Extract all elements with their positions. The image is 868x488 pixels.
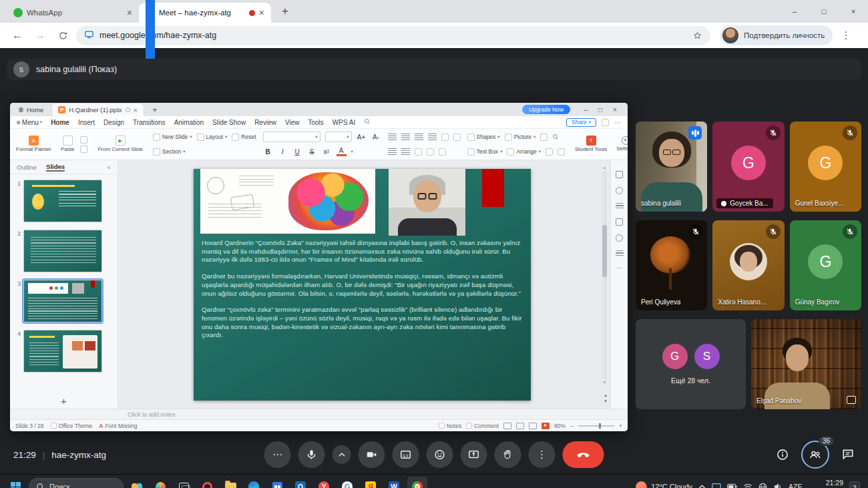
canvas-scrollbar[interactable]: ▲ ▼: [602, 166, 608, 385]
slide-thumbnail-4[interactable]: 4: [13, 330, 114, 373]
slide-canvas[interactable]: Hovard Qardnerin “Çoxnövlü Zəka” nəzəriy…: [118, 160, 610, 409]
reading-view-button[interactable]: [529, 423, 537, 429]
decrease-indent-button[interactable]: [415, 148, 422, 156]
display-icon[interactable]: [712, 483, 721, 488]
outlook-icon[interactable]: O: [290, 477, 310, 488]
numbering-button[interactable]: [401, 148, 410, 155]
section-button[interactable]: Section▾: [153, 148, 186, 156]
decrease-font-button[interactable]: A-: [371, 134, 381, 141]
chrome-icon[interactable]: [407, 477, 427, 488]
volume-icon[interactable]: [773, 483, 783, 488]
slide-sorter-button[interactable]: [516, 423, 524, 429]
cut-button[interactable]: [80, 136, 87, 144]
camera-button[interactable]: [359, 441, 385, 468]
scrollbar-thumb[interactable]: [602, 225, 607, 277]
bold-button[interactable]: B: [263, 148, 273, 156]
wps-home-tab[interactable]: Home: [15, 106, 46, 113]
format-painter-button[interactable]: A Format Painter: [13, 130, 55, 158]
wps-close-button[interactable]: ×: [608, 106, 622, 113]
browser-menu-icon[interactable]: ⋮: [837, 29, 855, 41]
tile-gunel[interactable]: G Gunel Baxsiye...: [790, 121, 861, 212]
find-replace-button[interactable]: [552, 131, 559, 143]
notes-pane-icon[interactable]: [616, 250, 624, 257]
font-size-select[interactable]: ▾: [325, 132, 352, 142]
add-slide-button[interactable]: +: [10, 393, 118, 409]
design-pane-icon[interactable]: [616, 218, 623, 226]
more-panes-icon[interactable]: ⋯: [616, 266, 622, 270]
menu-insert[interactable]: Insert: [78, 119, 95, 126]
notes-toggle[interactable]: Notes: [439, 423, 461, 429]
doc-close-icon[interactable]: ×: [134, 106, 138, 114]
menu-wps-ai[interactable]: WPS AI: [333, 119, 355, 126]
weather-widget[interactable]: 12°C Cloudy: [636, 481, 692, 488]
font-color-button[interactable]: A: [337, 148, 347, 156]
reset-button[interactable]: Reset: [232, 134, 256, 141]
align-right-button[interactable]: [415, 134, 423, 140]
align-left-button[interactable]: [388, 134, 397, 140]
bookmark-star-icon[interactable]: [692, 31, 702, 41]
arrange-button[interactable]: Arrange▾: [507, 148, 541, 156]
forward-button[interactable]: →: [31, 26, 49, 45]
previous-slide-icon[interactable]: ▲: [604, 393, 608, 397]
settings-button[interactable]: Settings: [613, 130, 628, 158]
menu-design[interactable]: Design: [103, 119, 124, 126]
tile-more-participants[interactable]: G S Ещё 28 чел.: [636, 319, 746, 409]
tile-goycek[interactable]: G Goycek Ba...: [712, 121, 784, 212]
tile-elsad[interactable]: Elşad Pənahov: [751, 319, 861, 409]
menu-home[interactable]: Home: [51, 119, 69, 126]
wps-restore-button[interactable]: □: [593, 106, 608, 113]
tile-xatira[interactable]: Xatirə Hasano...: [712, 220, 784, 310]
font-missing-warning[interactable]: AFont Missing: [99, 423, 137, 429]
start-button[interactable]: [5, 477, 25, 488]
new-tab-button[interactable]: +: [276, 3, 294, 20]
line-spacing-button[interactable]: [441, 134, 449, 141]
opera-icon[interactable]: [197, 477, 217, 488]
globe-icon[interactable]: [758, 483, 767, 488]
text-direction-button[interactable]: [453, 134, 461, 141]
shapes-button[interactable]: Shapes▾: [467, 134, 500, 141]
more-options-button[interactable]: ⋮: [529, 441, 556, 468]
notes-area[interactable]: Click to add notes: [10, 409, 628, 419]
help-icon[interactable]: [616, 234, 623, 242]
end-call-button[interactable]: [563, 441, 604, 468]
notification-badge[interactable]: 3: [849, 481, 860, 488]
present-button[interactable]: [461, 441, 487, 468]
menu-animation[interactable]: Animation: [174, 119, 204, 126]
slide-thumbnail-1[interactable]: 1: [13, 180, 114, 222]
selection-pane-icon[interactable]: [616, 203, 624, 210]
justify-button[interactable]: [428, 134, 437, 140]
effects-button[interactable]: [558, 148, 565, 156]
copilot-icon[interactable]: [150, 477, 170, 488]
shared-screen-wps-window[interactable]: Home P H.Qardner (1).pptx × + Upgrade No…: [10, 103, 628, 431]
underline-button[interactable]: U: [292, 148, 302, 156]
picture-button[interactable]: Picture▾: [505, 134, 536, 141]
copy-button[interactable]: [80, 146, 87, 153]
font-family-select[interactable]: ▾: [263, 132, 320, 142]
paste-button[interactable]: Paste: [57, 130, 77, 158]
tab-whatsapp[interactable]: WhatsApp ×: [7, 3, 139, 23]
address-bar[interactable]: meet.google.com/hae-zymx-atg: [76, 26, 710, 45]
chat-button[interactable]: [841, 448, 855, 461]
fill-color-button[interactable]: [540, 134, 548, 141]
slide-thumbnail-3-selected[interactable]: 3: [13, 280, 114, 322]
language-indicator[interactable]: AZE: [789, 483, 802, 488]
bullets-button[interactable]: [388, 148, 397, 155]
reload-button[interactable]: [53, 26, 72, 45]
maximize-button[interactable]: □: [809, 0, 839, 23]
increase-font-button[interactable]: A+: [357, 134, 367, 141]
audio-options-chevron[interactable]: [333, 445, 351, 464]
ribbon-search-icon[interactable]: [364, 118, 371, 126]
columns-button[interactable]: [439, 148, 446, 156]
task-view-icon[interactable]: [174, 477, 194, 488]
tab-meet[interactable]: Meet – hae-zymx-atg ×: [139, 3, 271, 23]
menu-transitions[interactable]: Transitions: [133, 119, 166, 126]
wps-minimize-button[interactable]: –: [578, 106, 593, 113]
slide-thumbnail-2[interactable]: 2: [13, 230, 114, 272]
more-controls-button[interactable]: ⋯: [264, 441, 291, 468]
slideshow-button[interactable]: [541, 423, 550, 429]
layout-switch-icon[interactable]: [602, 119, 609, 126]
next-slide-icon[interactable]: ▼: [604, 399, 608, 403]
tile-gunay[interactable]: G Günay Bagırov: [790, 220, 861, 310]
animation-pane-icon[interactable]: [616, 187, 623, 194]
zoom-in-button[interactable]: +: [619, 423, 622, 429]
